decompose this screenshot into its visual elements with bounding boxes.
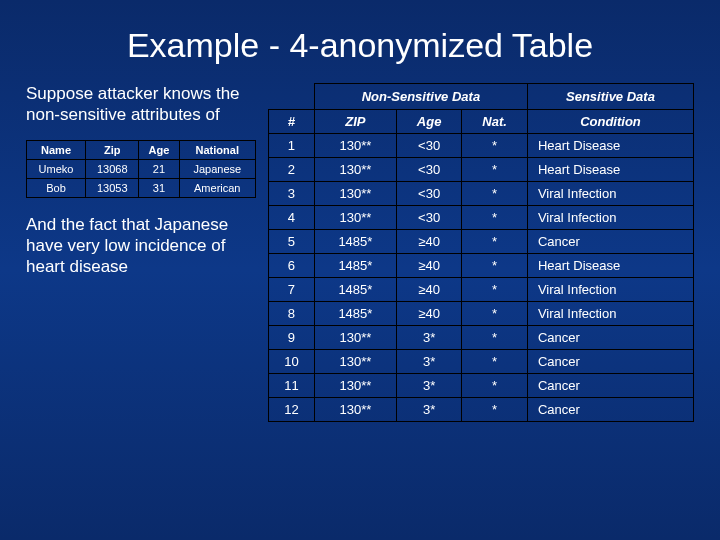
slide: Example - 4-anonymized Table Suppose att… bbox=[0, 0, 720, 540]
col-header-cond: Condition bbox=[527, 110, 693, 134]
attacker-cell-age: 31 bbox=[139, 178, 179, 197]
main-cell-num: 10 bbox=[269, 350, 315, 374]
main-table-row: 10130**3**Cancer bbox=[269, 350, 694, 374]
main-cell-age: <30 bbox=[396, 134, 462, 158]
main-cell-nat: * bbox=[462, 374, 528, 398]
main-table-body: 1130**<30*Heart Disease2130**<30*Heart D… bbox=[269, 134, 694, 422]
attacker-table-header-row: Name Zip Age National bbox=[27, 140, 256, 159]
main-table-row: 9130**3**Cancer bbox=[269, 326, 694, 350]
main-cell-num: 12 bbox=[269, 398, 315, 422]
main-table-row: 11130**3**Cancer bbox=[269, 374, 694, 398]
main-cell-age: ≥40 bbox=[396, 254, 462, 278]
main-table-row: 1130**<30*Heart Disease bbox=[269, 134, 694, 158]
main-cell-num: 6 bbox=[269, 254, 315, 278]
main-cell-age: 3* bbox=[396, 350, 462, 374]
main-cell-nat: * bbox=[462, 182, 528, 206]
main-col-header-row: # ZIP Age Nat. Condition bbox=[269, 110, 694, 134]
paragraph-intro: Suppose attacker knows the non-sensitive… bbox=[26, 83, 256, 126]
main-cell-age: <30 bbox=[396, 182, 462, 206]
main-cell-age: 3* bbox=[396, 326, 462, 350]
main-cell-zip: 130** bbox=[314, 374, 396, 398]
col-header-nat: Nat. bbox=[462, 110, 528, 134]
main-cell-num: 8 bbox=[269, 302, 315, 326]
main-cell-zip: 130** bbox=[314, 398, 396, 422]
col-header-num: # bbox=[269, 110, 315, 134]
main-cell-num: 3 bbox=[269, 182, 315, 206]
group-header-nonsensitive: Non-Sensitive Data bbox=[314, 84, 527, 110]
main-cell-age: ≥40 bbox=[396, 230, 462, 254]
main-cell-zip: 1485* bbox=[314, 278, 396, 302]
corner-cell bbox=[269, 84, 315, 110]
main-cell-age: <30 bbox=[396, 158, 462, 182]
main-cell-zip: 130** bbox=[314, 182, 396, 206]
main-cell-zip: 1485* bbox=[314, 254, 396, 278]
main-cell-cond: Heart Disease bbox=[527, 158, 693, 182]
col-header-age: Age bbox=[396, 110, 462, 134]
attacker-th-name: Name bbox=[27, 140, 86, 159]
right-column: Non-Sensitive Data Sensitive Data # ZIP … bbox=[268, 83, 694, 422]
main-cell-num: 9 bbox=[269, 326, 315, 350]
main-cell-nat: * bbox=[462, 302, 528, 326]
main-cell-nat: * bbox=[462, 254, 528, 278]
main-cell-cond: Cancer bbox=[527, 374, 693, 398]
main-cell-nat: * bbox=[462, 326, 528, 350]
main-cell-nat: * bbox=[462, 230, 528, 254]
main-cell-cond: Viral Infection bbox=[527, 278, 693, 302]
main-group-header-row: Non-Sensitive Data Sensitive Data bbox=[269, 84, 694, 110]
attacker-table-row: Umeko1306821Japanese bbox=[27, 159, 256, 178]
attacker-cell-zip: 13053 bbox=[86, 178, 139, 197]
attacker-table: Name Zip Age National Umeko1306821Japane… bbox=[26, 140, 256, 198]
main-cell-zip: 1485* bbox=[314, 302, 396, 326]
main-cell-cond: Viral Infection bbox=[527, 206, 693, 230]
attacker-cell-name: Bob bbox=[27, 178, 86, 197]
main-cell-zip: 130** bbox=[314, 158, 396, 182]
main-table-row: 81485*≥40*Viral Infection bbox=[269, 302, 694, 326]
attacker-th-nat: National bbox=[179, 140, 255, 159]
attacker-th-age: Age bbox=[139, 140, 179, 159]
main-cell-num: 4 bbox=[269, 206, 315, 230]
main-cell-cond: Viral Infection bbox=[527, 182, 693, 206]
main-cell-nat: * bbox=[462, 134, 528, 158]
main-table-row: 51485*≥40*Cancer bbox=[269, 230, 694, 254]
main-cell-nat: * bbox=[462, 350, 528, 374]
main-cell-age: ≥40 bbox=[396, 302, 462, 326]
main-cell-age: <30 bbox=[396, 206, 462, 230]
main-cell-cond: Heart Disease bbox=[527, 134, 693, 158]
main-cell-nat: * bbox=[462, 398, 528, 422]
main-cell-cond: Cancer bbox=[527, 326, 693, 350]
attacker-cell-nat: Japanese bbox=[179, 159, 255, 178]
attacker-table-body: Umeko1306821JapaneseBob1305331American bbox=[27, 159, 256, 197]
main-cell-zip: 1485* bbox=[314, 230, 396, 254]
main-cell-nat: * bbox=[462, 278, 528, 302]
main-table: Non-Sensitive Data Sensitive Data # ZIP … bbox=[268, 83, 694, 422]
main-cell-cond: Cancer bbox=[527, 230, 693, 254]
main-cell-num: 1 bbox=[269, 134, 315, 158]
main-cell-cond: Cancer bbox=[527, 350, 693, 374]
left-column: Suppose attacker knows the non-sensitive… bbox=[26, 83, 256, 422]
paragraph-fact: And the fact that Japanese have very low… bbox=[26, 214, 256, 278]
attacker-cell-age: 21 bbox=[139, 159, 179, 178]
main-cell-num: 5 bbox=[269, 230, 315, 254]
attacker-cell-zip: 13068 bbox=[86, 159, 139, 178]
main-cell-age: 3* bbox=[396, 398, 462, 422]
main-cell-num: 11 bbox=[269, 374, 315, 398]
attacker-cell-nat: American bbox=[179, 178, 255, 197]
attacker-th-zip: Zip bbox=[86, 140, 139, 159]
main-cell-zip: 130** bbox=[314, 206, 396, 230]
main-cell-age: ≥40 bbox=[396, 278, 462, 302]
main-table-row: 61485*≥40*Heart Disease bbox=[269, 254, 694, 278]
main-table-row: 4130**<30*Viral Infection bbox=[269, 206, 694, 230]
col-header-zip: ZIP bbox=[314, 110, 396, 134]
main-cell-zip: 130** bbox=[314, 326, 396, 350]
main-cell-num: 2 bbox=[269, 158, 315, 182]
main-cell-cond: Viral Infection bbox=[527, 302, 693, 326]
main-cell-cond: Heart Disease bbox=[527, 254, 693, 278]
content-area: Suppose attacker knows the non-sensitive… bbox=[26, 83, 694, 422]
main-table-row: 12130**3**Cancer bbox=[269, 398, 694, 422]
slide-title: Example - 4-anonymized Table bbox=[26, 26, 694, 65]
main-cell-nat: * bbox=[462, 158, 528, 182]
group-header-sensitive: Sensitive Data bbox=[527, 84, 693, 110]
main-cell-num: 7 bbox=[269, 278, 315, 302]
main-table-row: 3130**<30*Viral Infection bbox=[269, 182, 694, 206]
main-cell-zip: 130** bbox=[314, 350, 396, 374]
